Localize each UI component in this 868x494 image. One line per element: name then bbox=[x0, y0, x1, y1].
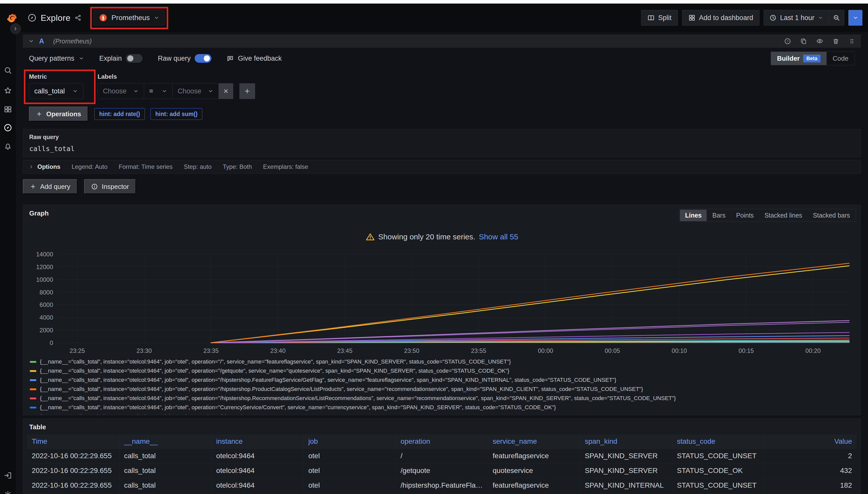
datasource-picker[interactable]: Prometheus bbox=[93, 10, 165, 26]
column-header-time[interactable]: Time bbox=[27, 434, 120, 449]
query-ref-id[interactable]: A bbox=[39, 37, 44, 45]
table-row[interactable]: 2022-10-16 00:22:29.655calls_totalotelco… bbox=[27, 478, 856, 493]
eye-icon[interactable] bbox=[816, 38, 823, 45]
code-tab[interactable]: Code bbox=[827, 52, 854, 65]
label-key-select[interactable]: Choose bbox=[97, 83, 144, 99]
legend-swatch bbox=[30, 379, 36, 381]
add-query-button[interactable]: Add query bbox=[23, 179, 77, 194]
options-expander[interactable]: Options bbox=[29, 163, 60, 170]
chevron-down-icon bbox=[208, 88, 214, 94]
sidebar-expand-button[interactable] bbox=[10, 23, 21, 34]
share-icon[interactable] bbox=[74, 14, 82, 21]
column-header-instance[interactable]: instance bbox=[212, 434, 304, 449]
legend-swatch bbox=[30, 407, 36, 408]
chevron-right-icon bbox=[13, 26, 18, 31]
column-header-servicename[interactable]: service_name bbox=[488, 434, 580, 449]
table-row[interactable]: 2022-10-16 00:22:29.655calls_totalotelco… bbox=[27, 493, 856, 494]
builder-fields: Metric calls_total Labels Choose bbox=[23, 73, 861, 99]
split-button[interactable]: Split bbox=[641, 10, 678, 26]
inspector-button[interactable]: Inspector bbox=[84, 179, 136, 194]
drag-handle-icon[interactable] bbox=[848, 38, 855, 45]
dashboards-icon[interactable] bbox=[3, 105, 12, 114]
raw-query-toggle[interactable] bbox=[195, 54, 212, 63]
column-header-value[interactable]: Value bbox=[764, 434, 856, 449]
builder-tab[interactable]: Builder Beta bbox=[771, 52, 827, 65]
legend-item-3[interactable]: {__name__="calls_total", instance="otelc… bbox=[30, 376, 856, 385]
time-series-chart[interactable]: 0200040006000800010000120001400023:2523:… bbox=[27, 247, 852, 355]
run-query-caret-button[interactable] bbox=[848, 10, 863, 26]
legend-item-4[interactable]: {__name__="calls_total", instance="otelc… bbox=[30, 385, 856, 394]
time-range-button[interactable]: Last 1 hour bbox=[764, 10, 829, 25]
trash-icon[interactable] bbox=[832, 38, 839, 45]
help-circle-icon[interactable]: ? bbox=[784, 38, 791, 45]
table-header-row: Time__name__instancejoboperationservice_… bbox=[27, 434, 856, 449]
column-header-spankind[interactable]: span_kind bbox=[580, 434, 672, 449]
compass-icon bbox=[28, 13, 37, 22]
editor-mode-switch: Builder Beta Code bbox=[771, 52, 855, 65]
show-all-series-link[interactable]: Show all 55 bbox=[479, 232, 518, 241]
legend-item-6[interactable]: {__name__="calls_total", instance="otelc… bbox=[30, 403, 856, 412]
copy-icon[interactable] bbox=[800, 38, 807, 45]
explain-label: Explain bbox=[100, 55, 122, 62]
datasource-picker-wrap: Prometheus bbox=[93, 10, 165, 26]
column-header-statuscode[interactable]: status_code bbox=[672, 434, 764, 449]
query-patterns-dropdown[interactable]: Query patterns bbox=[29, 55, 84, 62]
label-filter-row: Choose = Choose bbox=[97, 83, 233, 99]
table-cell: recommendationservice bbox=[488, 493, 580, 494]
graph-mode-stacked-lines[interactable]: Stacked lines bbox=[759, 210, 807, 221]
explain-toggle[interactable] bbox=[126, 54, 143, 63]
table-cell: 2022-10-16 00:22:29.655 bbox=[27, 449, 120, 463]
raw-query-preview-label: Raw query bbox=[29, 134, 854, 141]
graph-mode-points[interactable]: Points bbox=[731, 210, 759, 221]
chevron-down-icon bbox=[154, 15, 159, 21]
bell-icon[interactable] bbox=[3, 142, 12, 151]
query-hint-button-2[interactable]: hint: add sum() bbox=[150, 108, 202, 120]
table-cell: calls_total bbox=[120, 463, 212, 478]
grafana-explore-screen: Explore Prometheus Spl bbox=[0, 0, 868, 494]
legend-label: {__name__="calls_total", instance="otelc… bbox=[40, 358, 511, 365]
add-operation-button[interactable]: Operations bbox=[29, 107, 88, 121]
search-icon[interactable] bbox=[3, 66, 12, 75]
svg-text:4000: 4000 bbox=[40, 314, 53, 321]
datasource-name: Prometheus bbox=[111, 14, 150, 22]
svg-text:00:15: 00:15 bbox=[739, 347, 754, 354]
star-icon[interactable] bbox=[3, 86, 12, 95]
give-feedback-link[interactable]: Give feedback bbox=[227, 55, 282, 62]
table-row[interactable]: 2022-10-16 00:22:29.655calls_totalotelco… bbox=[27, 463, 856, 478]
graph-mode-bars[interactable]: Bars bbox=[707, 210, 730, 221]
grafana-logo-icon[interactable] bbox=[6, 12, 18, 24]
sign-in-icon[interactable] bbox=[3, 471, 12, 480]
column-header-job[interactable]: job bbox=[304, 434, 396, 449]
legend-item-5[interactable]: {__name__="calls_total", instance="otelc… bbox=[30, 394, 856, 403]
table-cell: 432 bbox=[764, 463, 856, 478]
table-row[interactable]: 2022-10-16 00:22:29.655calls_totalotelco… bbox=[27, 449, 856, 463]
remove-label-filter-button[interactable] bbox=[218, 83, 233, 99]
table-cell: otelcol:9464 bbox=[212, 493, 304, 494]
label-value-select[interactable]: Choose bbox=[172, 83, 218, 99]
graph-mode-stacked-bars[interactable]: Stacked bars bbox=[808, 210, 855, 221]
legend-item-2[interactable]: {__name__="calls_total", instance="otelc… bbox=[30, 366, 856, 376]
query-row-header[interactable]: A (Prometheus) ? bbox=[23, 35, 861, 48]
zoom-out-time-button[interactable] bbox=[829, 10, 844, 25]
explore-compass-icon[interactable] bbox=[3, 124, 12, 132]
column-header-name[interactable]: __name__ bbox=[120, 434, 212, 449]
legend-item-1[interactable]: {__name__="calls_total", instance="otelc… bbox=[30, 357, 856, 366]
graph-mode-lines[interactable]: Lines bbox=[680, 210, 707, 221]
plus-icon bbox=[244, 88, 251, 94]
query-hint-button-1[interactable]: hint: add rate() bbox=[94, 108, 145, 120]
add-label-filter-button[interactable] bbox=[239, 83, 255, 99]
legend-swatch bbox=[30, 398, 36, 399]
legend-swatch bbox=[30, 388, 36, 390]
label-operator-select[interactable]: = bbox=[144, 83, 172, 99]
table-cell: STATUS_CODE_UNSET bbox=[672, 493, 764, 494]
gear-icon[interactable] bbox=[3, 491, 12, 494]
table-scroll-area[interactable]: Time__name__instancejoboperationservice_… bbox=[27, 434, 856, 494]
column-header-operation[interactable]: operation bbox=[396, 434, 488, 449]
add-to-dashboard-button[interactable]: Add to dashboard bbox=[682, 10, 759, 26]
metric-select[interactable]: calls_total bbox=[29, 83, 83, 99]
browser-strip bbox=[0, 0, 868, 3]
split-icon bbox=[648, 14, 654, 21]
legend-item-7-partial[interactable]: {__name__="calls_total", instance="otelc… bbox=[30, 412, 856, 415]
option-summary-item: Exemplars: false bbox=[263, 163, 308, 170]
table-cell: calls_total bbox=[120, 478, 212, 493]
